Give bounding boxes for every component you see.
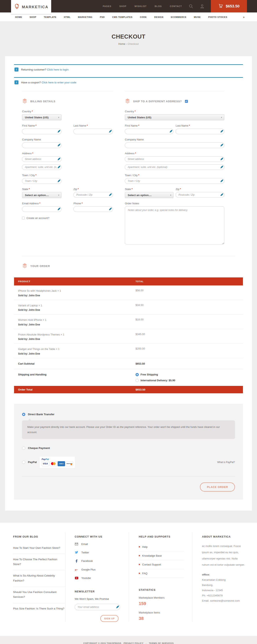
international-delivery-radio[interactable]: International Delivery: $5.90 [136, 379, 175, 382]
social-facebook-link[interactable]: Facebook [75, 560, 120, 563]
shipping-town-input[interactable] [125, 178, 224, 184]
billing-zip-input[interactable] [74, 192, 113, 198]
twitter-icon [75, 551, 78, 554]
search-icon[interactable] [189, 4, 193, 8]
menu-more-icon[interactable]: » [243, 16, 244, 19]
social-email-link[interactable]: Email [75, 542, 120, 546]
menu-psd[interactable]: PSD [100, 16, 104, 18]
footer-blog-link[interactable]: Should You Use Fashion Consultant Servic… [13, 587, 66, 603]
shipping-zip-input[interactable] [176, 192, 224, 198]
top-nav-blog[interactable]: BLOG [154, 5, 162, 8]
top-nav-wishlist[interactable]: WISHLIST [134, 5, 147, 8]
shipping-zip-field: Zip* [176, 188, 224, 198]
coupon-link[interactable]: Click here to enter your code [42, 81, 76, 84]
footer-blog-link[interactable]: How To Choose The Perfect Fashion Store? [13, 554, 66, 570]
cart-button[interactable]: $653.50 [211, 0, 247, 12]
menu-muse[interactable]: MUSE [194, 16, 201, 18]
place-order-button[interactable]: PLACE ORDER [200, 482, 235, 492]
billing-company-input[interactable] [22, 142, 62, 148]
menu-ecommerce[interactable]: ECOMMERCE [171, 16, 186, 18]
footer-blog-column: FROM OUR BLOG How To Start Your Own Fash… [0, 532, 66, 622]
stat-members-value: 159 [139, 601, 184, 606]
contact-support-link[interactable]: Contact Support [139, 560, 184, 569]
footer-connect-heading: CONNECT WITH US [75, 535, 120, 538]
billing-last-name-input[interactable] [74, 128, 113, 134]
chevron-down-icon: ▾ [221, 116, 222, 119]
shipping-first-name-field: First Name* [125, 124, 174, 134]
newsletter-email-input[interactable] [75, 604, 120, 610]
social-youtube-link[interactable]: Youtube [75, 576, 120, 580]
svg-text:g+: g+ [75, 568, 78, 571]
billing-country-select[interactable]: United States (US) ▾ [22, 114, 62, 120]
billing-country-field: Country* United States (US) ▾ [22, 110, 62, 120]
free-shipping-radio[interactable]: Free Shipping [136, 373, 175, 376]
shipping-state-select[interactable]: Select an option.... ▾ [125, 192, 174, 198]
bank-transfer-radio[interactable]: Direct Bank Transfer [22, 413, 235, 416]
logo[interactable]: MARKETICA [11, 0, 51, 14]
footer-blog-link[interactable]: What is So Alluring About Celebrity Fash… [13, 570, 66, 587]
email-icon [75, 543, 78, 545]
knowledge-base-link[interactable]: Knowladge Base [139, 552, 184, 560]
order-total-label: Order Total [18, 388, 136, 391]
menu-html[interactable]: HTML [64, 16, 70, 18]
menu-marketing[interactable]: MARKETING [78, 16, 92, 18]
billing-first-name-input[interactable] [22, 128, 62, 134]
footer-blog-link[interactable]: How To Start Your Own Fashion Store? [13, 542, 66, 554]
cart-icon [218, 4, 223, 9]
table-row: Variant of Laptop × 1 Sold by: John Doe … [14, 300, 243, 315]
help-link[interactable]: Help [139, 542, 184, 552]
menu-photo-stocks[interactable]: PHOTO STOCKS [208, 16, 227, 18]
shipping-address1-input[interactable] [125, 156, 224, 162]
breadcrumb-home[interactable]: Home [118, 42, 125, 46]
radio-selected-icon [136, 373, 139, 376]
billing-town-input[interactable] [22, 178, 62, 184]
billing-address2-input[interactable] [22, 164, 62, 170]
menu-template[interactable]: TEMPLATE [44, 16, 56, 18]
billing-state-select[interactable]: Select an option.... ▾ [22, 192, 62, 198]
social-google-plus-link[interactable]: g+ Google Plus [75, 568, 120, 571]
shipping-country-select[interactable]: United States (US) ▾ [125, 114, 224, 120]
login-link[interactable]: Click here to login [47, 68, 68, 71]
column-product: PRODUCT [18, 280, 136, 283]
billing-state-field: State* Select an option.... ▾ [22, 188, 62, 198]
top-nav-pages[interactable]: PAGES [103, 5, 112, 8]
newsletter-signup-button[interactable]: SIGN UP [100, 615, 118, 622]
shipping-company-input[interactable] [125, 142, 224, 148]
social-twitter-link[interactable]: Twitter [75, 551, 120, 554]
chevron-down-icon: ▾ [58, 116, 59, 119]
menu-home[interactable]: HOME [15, 16, 22, 18]
facebook-icon [75, 560, 78, 563]
discover-card-icon: DISCOVER [66, 461, 73, 466]
returning-customer-text: Returning customer? Click here to login [21, 68, 68, 71]
layers-icon [22, 98, 27, 104]
square-bullet-icon [139, 573, 140, 574]
shipping-last-name-input[interactable] [176, 128, 224, 134]
terms-of-services-link[interactable]: TERMS OF SERVICES [149, 642, 174, 644]
top-nav-shop[interactable]: SHOP [120, 5, 126, 8]
order-notes-textarea[interactable] [125, 206, 224, 244]
faq-link[interactable]: FAQ [139, 569, 184, 578]
menu-code[interactable]: CODE [140, 16, 147, 18]
footer-help-column: HELP AND SUPPORTS Help Knowladge Base Co… [128, 532, 192, 622]
what-is-paypal-link[interactable]: What is PayPal? [217, 461, 235, 464]
billing-address1-input[interactable] [22, 156, 62, 162]
footer: FROM OUR BLOG How To Start Your Own Fash… [0, 523, 257, 636]
ship-different-checkbox[interactable] [185, 100, 188, 103]
menu-design[interactable]: DESIGN [154, 16, 164, 18]
footer-blog-link[interactable]: Plus Size Fashion: Is There Such a Thing… [13, 603, 66, 614]
billing-email-input[interactable] [22, 206, 62, 212]
chevron-down-icon: ▾ [58, 194, 59, 196]
copyright-text: COPYRIGHT © 2015 TOKOPRESS [83, 642, 121, 644]
shipping-first-name-input[interactable] [125, 128, 174, 134]
menu-cms-templates[interactable]: CMS TEMPLATES [112, 16, 132, 18]
cheque-payment-radio[interactable]: Cheque Payment [22, 446, 235, 450]
menu-shop[interactable]: SHOP [30, 16, 36, 18]
square-bullet-icon [139, 564, 140, 565]
billing-phone-input[interactable] [74, 206, 113, 212]
privacy-policy-link[interactable]: PRIVACY POLICY [124, 642, 144, 644]
top-nav-contact[interactable]: CONTACT [170, 5, 182, 8]
shipping-address2-input[interactable] [125, 164, 224, 170]
create-account-checkbox[interactable]: Create an account? [22, 216, 113, 220]
user-account-icon[interactable] [200, 4, 204, 8]
paypal-radio[interactable] [22, 460, 25, 464]
